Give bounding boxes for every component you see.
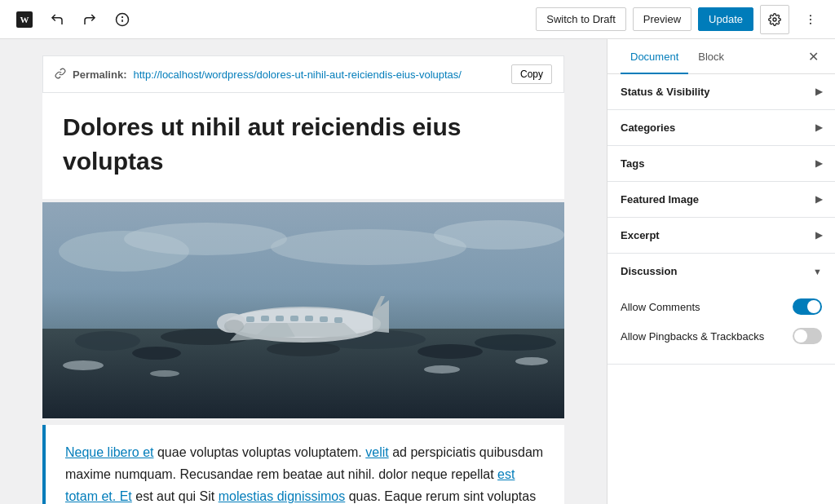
section-excerpt: Excerpt ▶: [607, 218, 835, 254]
section-featured-image-header[interactable]: Featured Image ▶: [607, 182, 835, 217]
tab-document[interactable]: Document: [621, 39, 688, 74]
section-discussion-header[interactable]: Discussion ▼: [607, 254, 835, 289]
allow-comments-row: Allow Comments: [621, 292, 822, 321]
main-layout: Permalink: http://localhost/wordpress/do…: [0, 39, 835, 504]
arrow-down-icon: ▼: [813, 267, 822, 276]
editor-content: Permalink: http://localhost/wordpress/do…: [42, 55, 564, 504]
wp-logo-icon: W: [16, 11, 33, 28]
svg-point-36: [224, 320, 244, 333]
more-options-button[interactable]: [796, 5, 825, 34]
svg-rect-30: [261, 316, 269, 321]
update-button[interactable]: Update: [698, 7, 753, 31]
title-block: Dolores ut nihil aut reiciendis eius vol…: [42, 93, 564, 199]
svg-point-20: [267, 342, 340, 356]
allow-pingbacks-row: Allow Pingbacks & Trackbacks: [621, 321, 822, 351]
svg-point-6: [810, 15, 811, 16]
preview-button[interactable]: Preview: [633, 7, 691, 31]
panel-close-button[interactable]: ✕: [805, 46, 822, 68]
settings-button[interactable]: [760, 5, 789, 34]
permalink-label: Permalink:: [73, 69, 126, 81]
copy-permalink-button[interactable]: Copy: [511, 64, 552, 84]
section-tags-header[interactable]: Tags ▶: [607, 146, 835, 181]
svg-point-5: [773, 18, 776, 21]
editor-area: Permalink: http://localhost/wordpress/do…: [0, 39, 607, 504]
close-icon: ✕: [808, 50, 819, 64]
svg-rect-32: [290, 316, 298, 321]
redo-button[interactable]: [75, 5, 104, 34]
tab-block[interactable]: Block: [688, 39, 734, 74]
section-categories-label: Categories: [621, 122, 675, 134]
arrow-right-icon-3: ▶: [815, 158, 822, 169]
svg-rect-35: [334, 317, 342, 323]
undo-icon: [50, 12, 64, 27]
toggle-slider-on: [793, 298, 822, 315]
svg-rect-33: [305, 316, 313, 321]
svg-point-40: [424, 365, 460, 374]
toolbar-right: Switch to Draft Preview Update: [536, 5, 825, 34]
permalink-url[interactable]: http://localhost/wordpress/dolores-ut-ni…: [133, 69, 505, 81]
section-discussion: Discussion ▼ Allow Comments Allow Pingba…: [607, 254, 835, 365]
svg-point-15: [75, 331, 140, 351]
permalink-bar: Permalink: http://localhost/wordpress/do…: [42, 55, 564, 93]
arrow-right-icon-5: ▶: [815, 230, 822, 241]
image-block[interactable]: [42, 202, 564, 422]
allow-comments-toggle[interactable]: [793, 298, 822, 315]
paragraph-block[interactable]: Neque libero et quae voluptas voluptas v…: [42, 425, 564, 504]
redo-icon: [82, 12, 97, 27]
allow-pingbacks-label: Allow Pingbacks & Trackbacks: [621, 330, 764, 343]
section-featured-image-label: Featured Image: [621, 193, 699, 206]
svg-point-18: [475, 334, 556, 351]
section-status-visibility-label: Status & Visibility: [621, 86, 710, 98]
post-title[interactable]: Dolores ut nihil aut reiciendis eius vol…: [63, 110, 544, 179]
right-panel: Document Block ✕ Status & Visibility ▶ C…: [607, 39, 835, 504]
svg-point-11: [124, 223, 287, 255]
svg-rect-29: [246, 316, 254, 322]
post-image: [42, 202, 564, 418]
arrow-right-icon: ▶: [815, 86, 822, 97]
section-categories-header[interactable]: Categories ▶: [607, 110, 835, 145]
svg-point-19: [132, 347, 181, 360]
svg-rect-34: [320, 316, 328, 322]
section-status-visibility-header[interactable]: Status & Visibility ▶: [607, 74, 835, 109]
section-tags-label: Tags: [621, 157, 644, 170]
toolbar: W Switch to Draft Preview Update: [0, 0, 835, 39]
svg-point-38: [515, 357, 548, 365]
arrow-right-icon-4: ▶: [815, 194, 822, 205]
svg-rect-31: [276, 316, 284, 321]
discussion-content: Allow Comments Allow Pingbacks & Trackba…: [607, 289, 835, 364]
wp-logo-button[interactable]: W: [10, 5, 39, 34]
svg-point-39: [150, 370, 179, 377]
section-discussion-label: Discussion: [621, 265, 677, 277]
info-button[interactable]: [108, 5, 137, 34]
svg-text:W: W: [20, 15, 29, 24]
svg-point-7: [810, 19, 811, 20]
svg-point-8: [810, 22, 811, 24]
info-icon: [115, 12, 130, 27]
settings-icon: [768, 13, 781, 26]
switch-to-draft-button[interactable]: Switch to Draft: [536, 7, 626, 31]
undo-button[interactable]: [42, 5, 72, 34]
svg-point-37: [63, 360, 104, 370]
section-categories: Categories ▶: [607, 110, 835, 146]
panel-tabs: Document Block ✕: [607, 39, 835, 74]
link-icon: [55, 68, 66, 82]
section-excerpt-header[interactable]: Excerpt ▶: [607, 218, 835, 253]
section-excerpt-label: Excerpt: [621, 229, 660, 241]
allow-comments-label: Allow Comments: [621, 301, 700, 313]
more-icon: [804, 13, 817, 26]
toggle-slider-off: [793, 328, 822, 344]
svg-point-13: [434, 220, 564, 250]
section-tags: Tags ▶: [607, 146, 835, 182]
toolbar-left: W: [10, 5, 137, 34]
section-featured-image: Featured Image ▶: [607, 182, 835, 218]
svg-point-21: [418, 344, 483, 359]
arrow-right-icon-2: ▶: [815, 122, 822, 133]
allow-pingbacks-toggle[interactable]: [793, 328, 822, 344]
section-status-visibility: Status & Visibility ▶: [607, 74, 835, 110]
